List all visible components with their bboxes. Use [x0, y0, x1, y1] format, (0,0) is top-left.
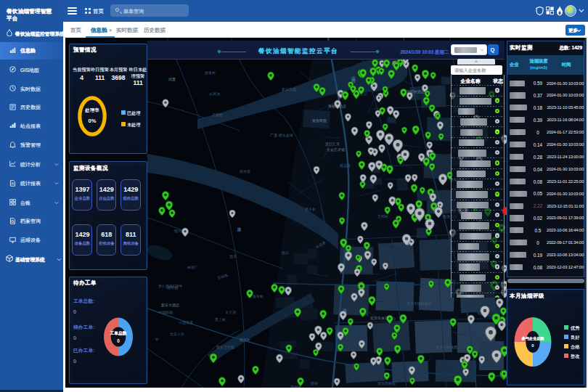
svg-text:小强缤道: 小强缤道 [179, 320, 193, 325]
svg-text:五和村: 五和村 [377, 214, 388, 219]
svg-text:太子庙: 太子庙 [225, 310, 236, 315]
svg-text:党员: 党员 [229, 254, 237, 259]
svg-text:紫荆鹭园: 紫荆鹭园 [312, 118, 327, 123]
svg-text:济江汇天: 济江汇天 [325, 142, 340, 147]
svg-text:广厦·碧水蓝城: 广厦·碧水蓝城 [270, 133, 293, 138]
svg-text:文化艺术馆: 文化艺术馆 [327, 147, 345, 152]
svg-text:毛家村: 毛家村 [212, 113, 223, 118]
svg-text:新安大酒店: 新安大酒店 [161, 303, 179, 308]
svg-text:中国邮储: 中国邮储 [158, 310, 173, 315]
svg-text:黑上村: 黑上村 [215, 317, 226, 322]
svg-text:林家厂: 林家厂 [187, 265, 198, 269]
svg-text:纽珂: 纽珂 [174, 229, 181, 233]
svg-text:闲置: 闲置 [168, 77, 176, 82]
svg-text:陆家: 陆家 [311, 381, 318, 385]
svg-text:棋花府: 棋花府 [340, 163, 351, 168]
svg-text:西市村: 西市村 [305, 207, 316, 212]
svg-text:富家村: 富家村 [253, 294, 264, 299]
svg-text:北京小学: 北京小学 [170, 332, 184, 337]
svg-text:宜宾西医院: 宜宾西医院 [377, 381, 396, 386]
svg-text:悦庄: 悦庄 [281, 250, 289, 256]
svg-text:铁家营: 铁家营 [240, 169, 250, 174]
svg-text:宜兴市科技园: 宜兴市科技园 [436, 345, 457, 350]
svg-text:宜兴市国际饭店: 宜兴市国际饭店 [407, 301, 432, 306]
svg-text:新安街道: 新安街道 [282, 87, 296, 92]
svg-text:陶家村: 陶家村 [240, 338, 250, 343]
svg-text:脉里村: 脉里村 [205, 70, 216, 75]
svg-text:新安卫生院: 新安卫生院 [216, 345, 234, 350]
svg-text:水凌沟: 水凌沟 [209, 91, 220, 97]
svg-text:唐家场: 唐家场 [167, 285, 178, 290]
